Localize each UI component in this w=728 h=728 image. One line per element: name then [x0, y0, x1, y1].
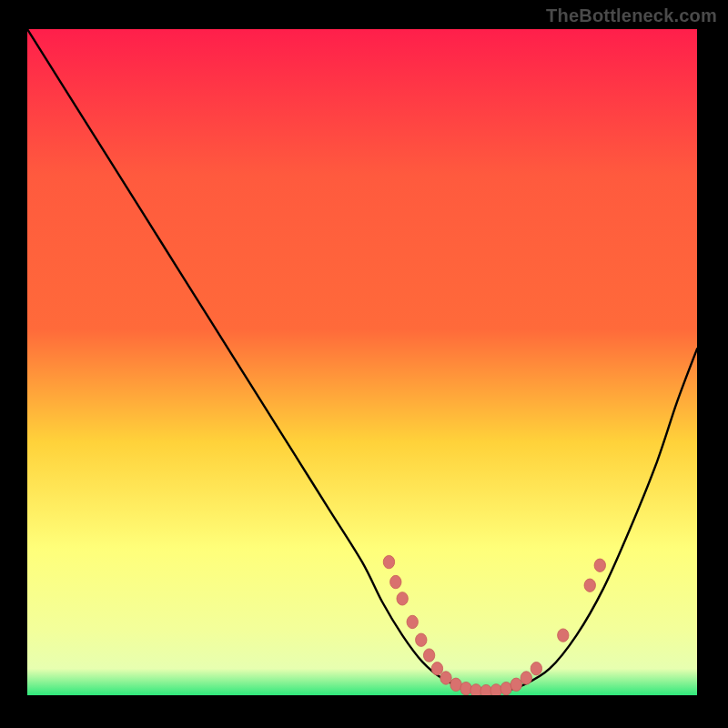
- curve-marker: [490, 684, 501, 695]
- curve-marker: [594, 559, 605, 571]
- curve-marker: [416, 633, 427, 646]
- curve-marker: [407, 615, 418, 628]
- curve-marker: [423, 649, 434, 662]
- watermark-text: TheBottleneck.com: [546, 5, 717, 26]
- curve-marker: [531, 662, 541, 675]
- chart-svg: [27, 29, 697, 695]
- curve-marker: [511, 678, 521, 691]
- plot-area: [27, 29, 697, 695]
- curve-marker: [390, 575, 401, 588]
- curve-marker: [521, 672, 531, 684]
- curve-marker: [450, 678, 461, 691]
- curve-marker: [470, 684, 481, 695]
- curve-marker: [397, 592, 408, 605]
- curve-marker: [558, 629, 569, 642]
- curve-marker: [431, 662, 442, 675]
- curve-marker: [500, 682, 511, 694]
- curve-marker: [480, 684, 491, 695]
- gradient-background: [27, 29, 697, 695]
- curve-marker: [440, 672, 451, 684]
- curve-marker: [584, 579, 595, 592]
- curve-marker: [460, 682, 471, 694]
- chart-frame: TheBottleneck.com: [0, 0, 728, 728]
- curve-marker: [383, 555, 394, 568]
